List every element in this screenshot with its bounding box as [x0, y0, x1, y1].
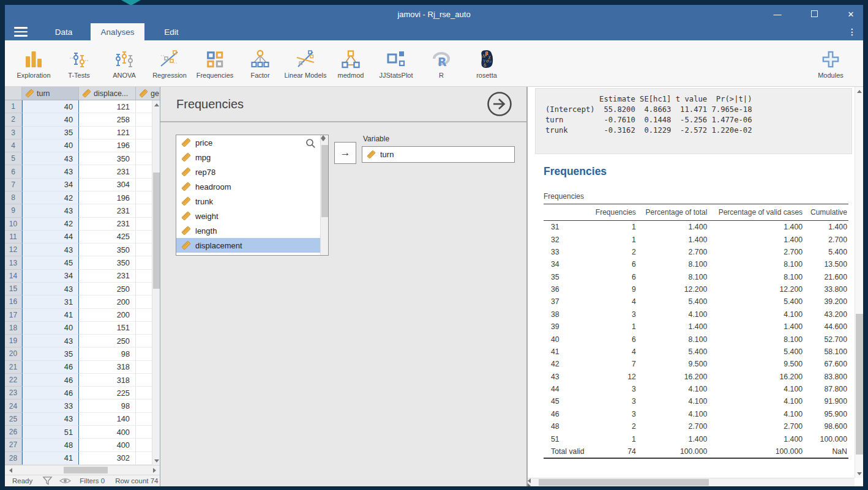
- assign-variable-button[interactable]: →: [334, 142, 356, 164]
- scroll-down-icon[interactable]: [321, 138, 329, 141]
- ribbon-item-anova[interactable]: ANOVA: [102, 48, 147, 79]
- cell-turn[interactable]: 51: [22, 426, 79, 439]
- cell-displacement[interactable]: 258: [79, 113, 136, 126]
- cell-displacement[interactable]: 350: [79, 152, 136, 165]
- row-number[interactable]: 7: [5, 179, 22, 191]
- row-number[interactable]: 6: [5, 165, 22, 178]
- scroll-left-icon[interactable]: [6, 466, 15, 475]
- ribbon-item-t-tests[interactable]: T-Tests: [56, 48, 102, 79]
- cell-displacement[interactable]: 121: [79, 127, 136, 139]
- scrollbar-thumb[interactable]: [539, 479, 709, 486]
- cell-turn[interactable]: 41: [22, 452, 79, 465]
- cell-turn[interactable]: 46: [22, 387, 79, 399]
- row-number[interactable]: 9: [5, 204, 22, 217]
- row-number[interactable]: 1: [5, 100, 22, 113]
- scroll-up-icon[interactable]: [855, 87, 863, 95]
- cell-displacement[interactable]: 231: [79, 165, 136, 178]
- tab-data[interactable]: Data: [37, 23, 91, 40]
- variable-list-item-partial[interactable]: [176, 253, 320, 255]
- cell-displacement[interactable]: 98: [79, 347, 136, 360]
- row-number[interactable]: 8: [5, 191, 22, 204]
- column-header-displacement[interactable]: displace...: [79, 87, 136, 100]
- variable-list-item[interactable]: weight: [176, 209, 320, 223]
- cell-displacement[interactable]: 231: [79, 218, 136, 231]
- scroll-right-icon[interactable]: [150, 466, 159, 475]
- cell-displacement[interactable]: 304: [79, 179, 136, 191]
- column-header-ge[interactable]: ge: [136, 87, 160, 100]
- cell-turn[interactable]: 42: [22, 218, 79, 231]
- minimize-button[interactable]: —: [771, 10, 784, 19]
- row-number[interactable]: 26: [5, 426, 22, 439]
- cell-displacement[interactable]: 140: [79, 413, 136, 426]
- cell-displacement[interactable]: 302: [79, 452, 136, 465]
- row-number[interactable]: 23: [5, 387, 22, 399]
- cell-displacement[interactable]: 196: [79, 191, 136, 204]
- row-number[interactable]: 19: [5, 335, 22, 347]
- cell-turn[interactable]: 43: [22, 204, 79, 217]
- cell-turn[interactable]: 31: [22, 295, 79, 308]
- cell-turn[interactable]: 35: [22, 347, 79, 360]
- cell-turn[interactable]: 35: [22, 127, 79, 139]
- cell-turn[interactable]: 40: [22, 322, 79, 335]
- tab-edit[interactable]: Edit: [144, 23, 198, 40]
- frequencies-results-section[interactable]: Frequencies Frequencies Percentage of to…: [544, 192, 848, 459]
- cell-turn[interactable]: 40: [22, 100, 79, 113]
- cell-turn[interactable]: 40: [22, 113, 79, 126]
- modules-button[interactable]: Modules: [808, 48, 853, 79]
- results-heading[interactable]: Frequencies: [544, 165, 607, 178]
- cell-turn[interactable]: 34: [22, 179, 79, 191]
- search-icon[interactable]: [305, 138, 316, 149]
- ribbon-item-jjstatsplot[interactable]: JJStatsPlot: [373, 48, 419, 79]
- cell-displacement[interactable]: 200: [79, 309, 136, 322]
- spreadsheet-vertical-scrollbar[interactable]: [152, 100, 160, 465]
- variable-list-item[interactable]: length: [176, 223, 320, 238]
- ribbon-item-rosetta[interactable]: βΔχγσμδ rosetta: [464, 48, 509, 79]
- variable-list-item[interactable]: mpg: [176, 150, 320, 165]
- cell-displacement[interactable]: 200: [79, 295, 136, 308]
- row-number[interactable]: 20: [5, 347, 22, 360]
- row-number[interactable]: 14: [5, 270, 22, 283]
- row-number[interactable]: 5: [5, 152, 22, 165]
- scroll-down-icon[interactable]: [152, 456, 160, 465]
- results-vertical-scrollbar[interactable]: [855, 87, 863, 478]
- close-button[interactable]: ✕: [845, 10, 857, 19]
- cell-displacement[interactable]: 425: [79, 231, 136, 243]
- variable-list-item[interactable]: headroom: [176, 179, 320, 194]
- row-number[interactable]: 27: [5, 439, 22, 451]
- cell-turn[interactable]: 40: [22, 139, 79, 152]
- row-number[interactable]: 10: [5, 218, 22, 231]
- scrollbar-thumb[interactable]: [321, 145, 328, 217]
- cell-displacement[interactable]: 318: [79, 374, 136, 387]
- tab-analyses[interactable]: Analyses: [91, 23, 144, 40]
- maximize-button[interactable]: [808, 10, 820, 19]
- row-number[interactable]: 4: [5, 139, 22, 152]
- row-number[interactable]: 3: [5, 127, 22, 139]
- variable-list-item[interactable]: displacement: [176, 238, 320, 253]
- row-number[interactable]: 18: [5, 322, 22, 335]
- cell-displacement[interactable]: 350: [79, 243, 136, 256]
- cell-displacement[interactable]: 400: [79, 426, 136, 439]
- cell-displacement[interactable]: 196: [79, 139, 136, 152]
- row-number[interactable]: 2: [5, 113, 22, 126]
- scroll-up-icon[interactable]: [152, 100, 160, 109]
- cell-displacement[interactable]: 250: [79, 283, 136, 295]
- cell-displacement[interactable]: 350: [79, 256, 136, 269]
- cell-turn[interactable]: 46: [22, 361, 79, 374]
- row-number[interactable]: 16: [5, 295, 22, 308]
- cell-turn[interactable]: 42: [22, 191, 79, 204]
- scrollbar-thumb[interactable]: [153, 173, 160, 289]
- cell-displacement[interactable]: 400: [79, 439, 136, 451]
- scrollbar-thumb[interactable]: [856, 314, 863, 455]
- row-number[interactable]: 24: [5, 399, 22, 412]
- r-output-block[interactable]: Estimate SE[hc1] t value Pr(>|t|) (Inter…: [535, 88, 852, 154]
- cell-turn[interactable]: 43: [22, 283, 79, 295]
- variable-list-item[interactable]: trunk: [176, 194, 320, 209]
- row-number[interactable]: 22: [5, 374, 22, 387]
- cell-turn[interactable]: 43: [22, 335, 79, 347]
- row-number[interactable]: 28: [5, 452, 22, 465]
- ribbon-item-factor[interactable]: Factor: [238, 48, 283, 79]
- scrollbar-thumb[interactable]: [64, 467, 108, 473]
- results-horizontal-scrollbar[interactable]: [528, 478, 855, 486]
- row-number[interactable]: 17: [5, 309, 22, 322]
- row-number[interactable]: 25: [5, 413, 22, 426]
